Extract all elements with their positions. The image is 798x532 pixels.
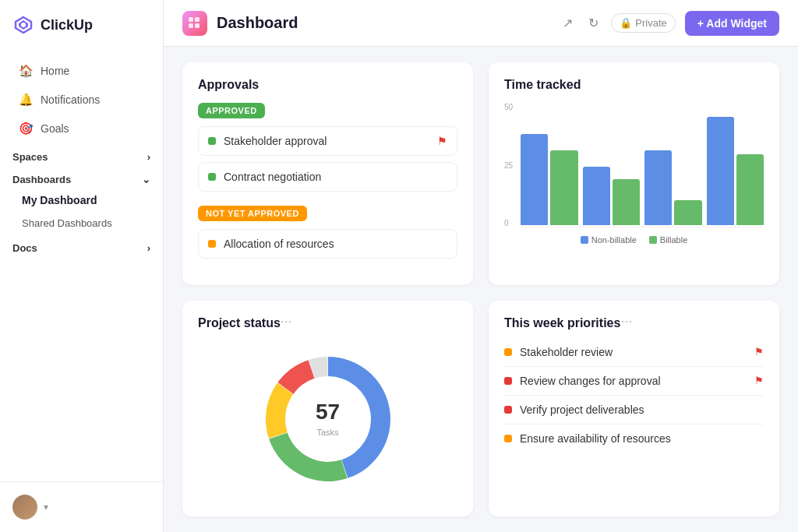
billable-bar xyxy=(736,154,764,225)
bar-group xyxy=(583,167,640,225)
sidebar-bottom: ▾ xyxy=(0,481,163,532)
home-icon: 🏠 xyxy=(19,64,33,78)
non-billable-bar xyxy=(707,117,734,225)
sidebar: ClickUp 🏠 Home 🔔 Notifications 🎯 Goals S… xyxy=(0,0,164,532)
docs-chevron: › xyxy=(147,242,150,254)
sidebar-item-home[interactable]: 🏠 Home xyxy=(6,57,157,85)
legend-billable: Billable xyxy=(649,235,687,245)
non-billable-bar xyxy=(583,167,610,225)
non-billable-bar xyxy=(521,134,548,225)
sidebar-navigation: 🏠 Home 🔔 Notifications 🎯 Goals Spaces › … xyxy=(0,50,163,481)
orange-dot xyxy=(208,240,216,248)
priority-label: Stakeholder review xyxy=(520,346,613,358)
avatar[interactable] xyxy=(12,495,37,520)
sidebar-item-shared-dashboards[interactable]: Shared Dashboards xyxy=(0,212,163,234)
priority-dot xyxy=(504,406,512,414)
approval-item-contract[interactable]: Contract negotiation xyxy=(198,162,457,192)
bell-icon: 🔔 xyxy=(19,93,33,107)
sidebar-item-goals[interactable]: 🎯 Goals xyxy=(6,115,157,143)
legend-non-billable: Non-billable xyxy=(581,235,637,245)
green-dot-2 xyxy=(208,173,216,181)
spaces-section[interactable]: Spaces › xyxy=(0,143,163,166)
tasks-label: Tasks xyxy=(316,428,338,437)
priority-flag-icon: ⚑ xyxy=(754,375,764,386)
sidebar-item-my-dashboard[interactable]: My Dashboard xyxy=(0,188,163,212)
priority-dot xyxy=(504,348,512,356)
donut-chart-container: 57 Tasks xyxy=(198,341,457,497)
header: Dashboard ↗ ↻ 🔒 Private + Add Widget xyxy=(164,0,798,47)
goals-icon: 🎯 xyxy=(19,122,33,136)
refresh-button[interactable]: ↻ xyxy=(585,12,602,33)
approved-badge: APPROVED xyxy=(198,103,265,118)
svg-point-2 xyxy=(21,23,26,27)
bar-group xyxy=(521,134,577,225)
main-content: Dashboard ↗ ↻ 🔒 Private + Add Widget App… xyxy=(164,0,798,532)
dashboard-grid: Approvals APPROVED Stakeholder approval … xyxy=(164,47,798,532)
donut-center: 57 Tasks xyxy=(316,400,340,439)
donut-segment xyxy=(266,382,293,438)
priorities-list: Stakeholder review⚑Review changes for ap… xyxy=(504,338,764,453)
dashboard-icon xyxy=(182,11,207,36)
approvals-widget: Approvals APPROVED Stakeholder approval … xyxy=(182,62,473,285)
priority-label: Verify project deliverables xyxy=(520,403,644,416)
svg-rect-6 xyxy=(195,23,200,28)
priority-label: Ensure availability of resources xyxy=(520,432,671,445)
priorities-title: This week priorities xyxy=(504,316,620,330)
avatar-dropdown[interactable]: ▾ xyxy=(44,502,48,513)
spaces-chevron: › xyxy=(147,151,150,163)
approval-item-stakeholder[interactable]: Stakeholder approval ⚑ xyxy=(198,126,457,156)
logo[interactable]: ClickUp xyxy=(0,0,163,50)
priority-flag-icon: ⚑ xyxy=(754,346,764,358)
approval-label-resources: Allocation of resources xyxy=(224,238,334,250)
time-tracked-widget: Time tracked 50 25 0 Non-billable xyxy=(489,62,779,285)
non-billable-legend-dot xyxy=(581,236,588,244)
approval-label-stakeholder: Stakeholder approval xyxy=(224,135,327,147)
priority-dot xyxy=(504,435,512,442)
expand-button[interactable]: ↗ xyxy=(560,12,576,33)
tasks-count: 57 xyxy=(316,400,340,425)
priorities-menu[interactable]: ··· xyxy=(620,313,632,329)
svg-rect-4 xyxy=(195,17,200,22)
project-status-widget: Project status ··· 57 Tasks xyxy=(182,301,473,517)
project-status-title: Project status xyxy=(198,316,281,330)
green-dot xyxy=(208,137,216,145)
non-billable-bar xyxy=(644,150,672,225)
dashboards-chevron: ⌄ xyxy=(142,174,150,185)
approval-label-contract: Contract negotiation xyxy=(224,171,321,183)
priority-item[interactable]: Stakeholder review⚑ xyxy=(504,338,764,367)
header-actions: ↗ ↻ 🔒 Private + Add Widget xyxy=(560,11,779,36)
clickup-logo-icon xyxy=(12,14,34,36)
notifications-label: Notifications xyxy=(41,93,100,106)
dashboards-section[interactable]: Dashboards ⌄ xyxy=(0,166,163,188)
priority-item[interactable]: Ensure availability of resources xyxy=(504,425,764,453)
billable-bar xyxy=(674,200,701,225)
project-status-menu[interactable]: ··· xyxy=(281,313,292,329)
add-widget-button[interactable]: + Add Widget xyxy=(685,11,779,36)
sidebar-item-notifications[interactable]: 🔔 Notifications xyxy=(6,86,157,114)
priority-dot xyxy=(504,377,512,385)
svg-rect-5 xyxy=(189,23,193,28)
time-tracked-title: Time tracked xyxy=(504,78,764,92)
billable-bar xyxy=(613,179,640,225)
bar-group xyxy=(707,117,764,225)
billable-bar xyxy=(550,150,577,225)
priority-item[interactable]: Verify project deliverables xyxy=(504,396,764,425)
donut-segment xyxy=(269,432,348,481)
flag-icon: ⚑ xyxy=(437,135,447,147)
chart-legend: Non-billable Billable xyxy=(504,235,764,245)
bar-chart xyxy=(521,103,764,227)
dashboard-grid-icon xyxy=(188,16,202,30)
priority-label: Review changes for approval xyxy=(520,375,661,387)
svg-rect-3 xyxy=(189,17,193,22)
approvals-title: Approvals xyxy=(198,78,457,92)
not-approved-badge: NOT YET APPROVED xyxy=(198,206,307,221)
approval-item-resources[interactable]: Allocation of resources xyxy=(198,229,457,259)
private-badge[interactable]: 🔒 Private xyxy=(611,13,675,33)
docs-section[interactable]: Docs › xyxy=(0,234,163,257)
avatar-image xyxy=(12,495,37,520)
y-axis: 50 25 0 xyxy=(504,103,517,227)
priorities-widget: This week priorities ··· Stakeholder rev… xyxy=(489,301,779,517)
home-label: Home xyxy=(41,65,69,77)
priority-item[interactable]: Review changes for approval⚑ xyxy=(504,367,764,396)
billable-legend-dot xyxy=(649,236,657,244)
